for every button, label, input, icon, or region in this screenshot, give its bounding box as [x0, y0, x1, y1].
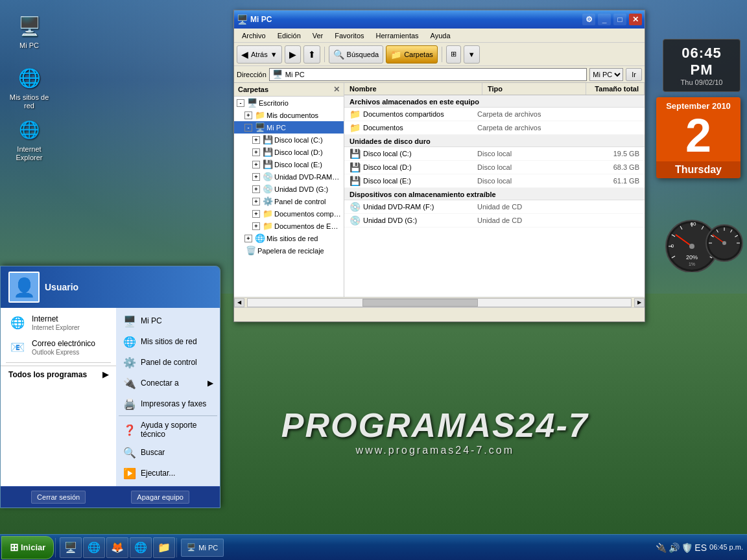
- scroll-right-arrow[interactable]: ▶: [634, 298, 645, 307]
- start-right-ayuda[interactable]: ❓ Ayuda y soporte técnico: [116, 417, 220, 442]
- tree-item-mis-docs[interactable]: + 📁 Mis documentos: [234, 109, 344, 121]
- expand-escritorio[interactable]: -: [237, 99, 244, 107]
- conectar-arrow: ▶: [208, 379, 213, 388]
- tree-item-docs-compartidos[interactable]: + 📁 Documentos compartidos: [234, 207, 344, 220]
- col-tipo[interactable]: Tipo: [482, 83, 586, 95]
- tree-item-mi-pc[interactable]: - 🖥️ Mi PC: [234, 121, 344, 134]
- tree-item-papelera[interactable]: 🗑️ Papelera de reciclaje: [234, 244, 344, 257]
- quicklaunch-ie[interactable]: 🌐: [83, 537, 105, 558]
- col-tamano[interactable]: Tamaño total: [586, 83, 645, 95]
- file-row-disco-d[interactable]: 💾 Disco local (D:) Disco local 68.3 GB: [344, 161, 645, 174]
- addr-go-btn[interactable]: Ir: [626, 68, 642, 81]
- toolbar-forward-btn[interactable]: ▶: [285, 45, 301, 64]
- systray-security[interactable]: 🛡️: [682, 542, 693, 553]
- tree-item-panel-control[interactable]: + ⚙️ Panel de control: [234, 195, 344, 207]
- expand-mis-docs[interactable]: +: [244, 111, 252, 119]
- menu-ayuda[interactable]: Ayuda: [425, 30, 456, 41]
- tree-item-disco-c[interactable]: + 💾 Disco local (C:): [234, 134, 344, 146]
- file-row-disco-e[interactable]: 💾 Disco local (E:) Disco local 61.1 GB: [344, 174, 645, 188]
- search-icon: 🔍: [333, 49, 344, 60]
- svg-point-16: [689, 244, 694, 249]
- apagar-equipo-btn[interactable]: Apagar equipo: [131, 491, 189, 504]
- tree-item-escritorio[interactable]: - 🖥️ Escritorio: [234, 97, 344, 109]
- disco-e-file-icon: 💾: [350, 176, 361, 186]
- toolbar-view-btn[interactable]: ⊞: [446, 45, 461, 64]
- quicklaunch-folder[interactable]: 📁: [153, 537, 175, 558]
- expand-disco-e[interactable]: +: [252, 161, 260, 169]
- menu-herramientas[interactable]: Herramientas: [371, 30, 424, 41]
- menu-ver[interactable]: Ver: [307, 30, 329, 41]
- file-row-dvd-f[interactable]: 💿 Unidad DVD-RAM (F:) Unidad de CD: [344, 200, 645, 214]
- toolbar-folders-btn[interactable]: 📁 Carpetas: [386, 45, 438, 64]
- taskbar-mi-pc-btn[interactable]: 🖥️ Mi PC: [181, 539, 224, 557]
- start-item-internet[interactable]: 🌐 Internet Internet Explorer: [1, 310, 116, 335]
- tree-item-dvd-g[interactable]: + 💿 Unidad DVD (G:): [234, 183, 344, 195]
- desktop-icon-mi-pc[interactable]: 🖥️ Mi PC: [6, 13, 52, 50]
- toolbar-viewmore-btn[interactable]: ▼: [464, 45, 480, 64]
- expand-docs-edgar[interactable]: +: [252, 222, 260, 230]
- expand-disco-c[interactable]: +: [252, 136, 260, 144]
- start-all-programs[interactable]: Todos los programas ▶: [1, 366, 116, 383]
- quicklaunch-network[interactable]: 🌐: [130, 537, 152, 558]
- quicklaunch-firefox[interactable]: 🦊: [106, 537, 128, 558]
- scroll-thumb[interactable]: [362, 299, 477, 307]
- file-row-docs-compartidos[interactable]: 📁 Documentos compartidos Carpeta de arch…: [344, 108, 645, 121]
- menu-archivo[interactable]: Archivo: [237, 30, 271, 41]
- address-input[interactable]: 🖥️ Mi PC: [269, 68, 587, 81]
- explorer-content: Carpetas ✕ - 🖥️ Escritorio + 📁 Mis docum…: [234, 83, 645, 297]
- tree-item-docs-edgar[interactable]: + 📁 Documentos de Edgar: [234, 220, 344, 232]
- menu-edicion[interactable]: Edición: [272, 30, 306, 41]
- tree-item-disco-d[interactable]: + 💾 Disco local (D:): [234, 146, 344, 158]
- cerrar-sesion-btn[interactable]: Cerrar sesión: [31, 491, 86, 504]
- quicklaunch-show-desktop[interactable]: 🖥️: [60, 537, 82, 558]
- expand-docs-compartidos[interactable]: +: [252, 210, 260, 218]
- internet-icon: 🌐: [8, 314, 27, 332]
- start-right-conectar[interactable]: 🔌 Conectar a ▶: [116, 373, 220, 393]
- file-row-disco-c[interactable]: 💾 Disco local (C:) Disco local 19.5 GB: [344, 147, 645, 161]
- clock-date: Thu 09/02/10: [669, 78, 735, 86]
- explorer-minimize-btn[interactable]: _: [598, 14, 611, 25]
- tree-close-btn[interactable]: ✕: [333, 85, 340, 94]
- toolbar-up-btn[interactable]: ⬆: [303, 45, 320, 64]
- tree-item-disco-e[interactable]: + 💾 Disco local (E:): [234, 158, 344, 170]
- start-right-panel-control[interactable]: ⚙️ Panel de control: [116, 352, 220, 373]
- tree-item-dvd-f[interactable]: + 💿 Unidad DVD-RAM (F:): [234, 170, 344, 183]
- menu-favoritos[interactable]: Favoritos: [329, 30, 369, 41]
- toolbar-search-btn[interactable]: 🔍 Búsqueda: [329, 45, 384, 64]
- start-right-buscar[interactable]: 🔍 Buscar: [116, 442, 220, 463]
- explorer-maximize-btn[interactable]: □: [613, 14, 626, 25]
- col-nombre[interactable]: Nombre: [344, 83, 482, 95]
- file-row-dvd-g[interactable]: 💿 Unidad DVD (G:) Unidad de CD: [344, 214, 645, 228]
- start-button[interactable]: ⊞ Iniciar: [1, 536, 54, 559]
- addr-dropdown[interactable]: Mi PC: [589, 68, 623, 81]
- systray-sound[interactable]: 🔊: [669, 542, 680, 553]
- tree-item-mis-sitios[interactable]: + 🌐 Mis sitios de red: [234, 232, 344, 244]
- expand-dvd-f[interactable]: +: [252, 173, 260, 181]
- file-row-documentos[interactable]: 📁 Documentos Carpeta de archivos: [344, 121, 645, 135]
- scroll-track[interactable]: [247, 298, 632, 307]
- expand-panel-control[interactable]: +: [252, 198, 260, 205]
- expand-mi-pc[interactable]: -: [244, 124, 252, 132]
- scroll-left-arrow[interactable]: ◀: [234, 298, 244, 307]
- start-right-impresoras[interactable]: 🖨️ Impresoras y faxes: [116, 393, 220, 414]
- expand-disco-d[interactable]: +: [252, 148, 260, 156]
- mis-docs-icon: 📁: [255, 110, 265, 120]
- desktop-icon-mis-sitios[interactable]: 🌐 Mis sitios de red: [6, 65, 52, 110]
- mis-sitios-icon: 🌐: [16, 65, 42, 91]
- ie-icon: 🌐: [16, 117, 42, 143]
- explorer-gear-btn[interactable]: ⚙: [582, 14, 595, 25]
- desktop-icon-ie[interactable]: 🌐 Internet Explorer: [6, 117, 52, 162]
- toolbar-back-btn[interactable]: ◀ Atrás ▼: [237, 45, 282, 64]
- systray-lang[interactable]: ES: [694, 542, 707, 553]
- start-right-mis-sitios[interactable]: 🌐 Mis sitios de red: [116, 331, 220, 352]
- start-right-ejecutar[interactable]: ▶️ Ejecutar...: [116, 463, 220, 484]
- systray-network[interactable]: 🔌: [656, 542, 667, 553]
- start-item-correo[interactable]: 📧 Correo electrónico Outlook Express: [1, 335, 116, 360]
- dvd-g-icon: 💿: [263, 184, 273, 194]
- expand-mis-sitios[interactable]: +: [244, 235, 252, 242]
- explorer-close-btn[interactable]: ✕: [629, 14, 642, 25]
- start-right-mi-pc[interactable]: 🖥️ Mi PC: [116, 310, 220, 331]
- view-icon: ⊞: [451, 50, 456, 58]
- explorer-scrollbar[interactable]: ◀ ▶: [234, 297, 645, 307]
- expand-dvd-g[interactable]: +: [252, 185, 260, 193]
